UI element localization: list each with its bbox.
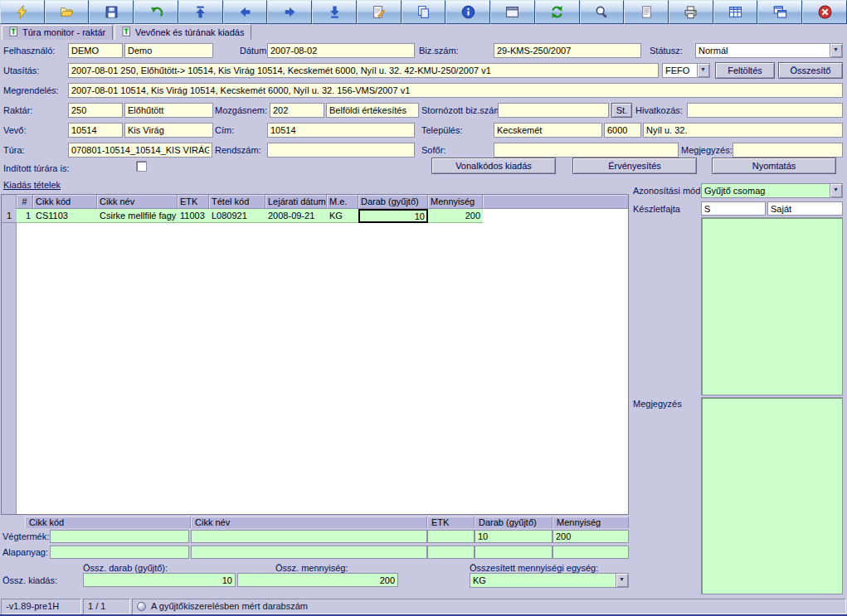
toolbar-info-button[interactable] [445,0,490,24]
vonalkodos-kiadas-button[interactable]: Vonalkódos kiadás [431,158,556,174]
utasitas-label: Utasítás: [3,65,39,75]
azonositasi-mod-combo[interactable]: Gyűjtő csomag [701,183,843,198]
osszesito-button[interactable]: Összesítő [778,62,843,79]
datum-label: Dátum: [240,46,269,56]
rendszam-field[interactable] [267,143,415,158]
grid-cell-etk[interactable]: 11003 [178,209,209,223]
toolbar-first-button[interactable] [178,0,223,24]
st-button[interactable]: St. [611,103,632,118]
utasitas-field[interactable] [68,63,659,78]
vegtermek-etk-field[interactable] [427,530,475,543]
keszletfajta-code-field[interactable] [701,201,766,216]
alapanyag-mennyiseg-field[interactable] [552,546,629,559]
mozgasnem-code-field[interactable] [270,103,324,118]
grid-cell-num[interactable]: 1 [17,209,33,223]
toolbar-grid-window-button[interactable] [757,0,802,24]
telepules-field[interactable] [494,123,602,138]
nyomtatas-button[interactable]: Nyomtatás [712,158,836,174]
tab-tura-monitor[interactable]: Túra monitor - raktár [2,25,113,40]
vegtermek-mennyiseg-field[interactable] [552,530,629,543]
ossz-mennyiseg-field[interactable] [237,573,398,587]
ervenyesites-button[interactable]: Érvényesítés [572,158,697,174]
datum-field[interactable] [267,43,415,58]
bizszam-field[interactable] [494,43,641,58]
vegtermek-cikk-kod-field[interactable] [50,530,189,543]
megjegyzes-field[interactable] [733,143,843,158]
keszletfajta-name-field[interactable] [767,201,843,216]
summary-header-mennyiseg: Mennyiség [552,517,629,528]
toolbar-edit-button[interactable] [357,0,402,24]
feltoltes-button[interactable]: Feltöltés [715,62,775,79]
megjegyzes-memo[interactable] [701,397,843,594]
felhasznalo-name-field[interactable] [124,43,213,58]
toolbar-search-button[interactable] [580,0,625,24]
alapanyag-cikk-nev-field[interactable] [191,546,427,559]
chevron-down-icon[interactable] [616,574,628,587]
toolbar-open-button[interactable] [45,0,90,24]
toolbar-close-button[interactable] [802,0,847,24]
mozgasnem-name-field[interactable] [326,103,419,118]
ossz-egyseg-combo[interactable]: KG [470,573,629,588]
statusz-combo[interactable]: Normál [695,43,843,58]
grid-cell-tetel-kod[interactable]: L080921 [209,209,265,223]
hivatkozas-field[interactable] [687,103,843,118]
utca-field[interactable] [643,123,843,138]
raktar-code-field[interactable] [68,103,123,118]
toolbar-table-button[interactable] [713,0,758,24]
toolbar-report-button[interactable] [624,0,669,24]
felhasznalo-code-field[interactable] [68,43,123,58]
toolbar-last-button[interactable] [312,0,357,24]
cim-field[interactable] [267,123,415,138]
toolbar-flash-button[interactable] [0,0,45,24]
status-radio-icon[interactable] [137,602,146,611]
vevo-name-field[interactable] [124,123,213,138]
inditott-label: Indított túrára is: [3,163,69,173]
sofor-field[interactable] [494,143,679,158]
page-indicator: 1 / 1 [88,601,105,611]
grid-cell-me[interactable]: KG [327,209,358,223]
azonosito-listbox[interactable] [701,217,843,395]
status-message: A gyűjtőkiszerelésben mért darabszám [151,601,308,611]
grid-cell-cikk-nev[interactable]: Csirke mellfilé fagy [97,209,178,223]
raktar-name-field[interactable] [124,103,213,118]
toolbar-refresh-button[interactable] [535,0,580,24]
tab-vevonek-kiadas[interactable]: Vevőnek és túrának kiadás [114,24,251,40]
inditott-checkbox[interactable] [136,161,147,172]
tura-field[interactable] [68,143,212,158]
alapanyag-etk-field[interactable] [427,546,475,559]
fefo-combo[interactable]: FEFO [662,63,710,78]
chevron-down-icon[interactable] [697,64,709,77]
toolbar-print-button[interactable] [669,0,713,24]
grid-row-indicator: 1 [2,209,17,223]
grid-cell-lejarati-datum[interactable]: 2008-09-21 [265,209,327,223]
tab-label: Túra monitor - raktár [22,27,105,37]
alapanyag-cikk-kod-field[interactable] [50,546,189,559]
telepules-label: Település: [421,125,463,135]
grid-cell-mennyiseg[interactable]: 200 [428,209,483,223]
alapanyag-darab-field[interactable] [475,546,552,559]
vevo-code-field[interactable] [68,123,123,138]
alapanyag-label: Alapanyag: [2,547,48,557]
stornozott-field[interactable] [498,103,609,118]
chevron-down-icon[interactable] [830,184,842,197]
chevron-down-icon[interactable] [830,44,842,57]
grid-header-lejarati-datum: Lejárati dátum [265,195,327,209]
toolbar-save-button[interactable] [89,0,134,24]
toolbar-window-button[interactable] [490,0,535,24]
grid-header-me: M.e. [327,195,358,209]
toolbar-undo-button[interactable] [134,0,178,24]
mozgasnem-label: Mozgásnem: [215,105,267,115]
vegtermek-cikk-nev-field[interactable] [191,530,427,543]
vegtermek-darab-field[interactable] [475,530,552,543]
toolbar-prev-button[interactable] [223,0,268,24]
grid-cell-cikk-kod[interactable]: CS1103 [33,209,97,223]
kiadas-tetelek-grid[interactable]: # Cikk kód Cikk név ETK Tétel kód Lejára… [1,194,629,515]
ossz-darab-field[interactable] [83,573,236,587]
toolbar-copy-button[interactable] [402,0,446,24]
toolbar-next-button[interactable] [267,0,312,24]
grid-header-darab: Darab (gyűjtő) [358,195,428,209]
megrendeles-field[interactable] [68,83,843,98]
iranyitoszam-field[interactable] [604,123,641,138]
grid-cell-darab-focused[interactable]: 10 [358,209,428,223]
grid-header-etk: ETK [178,195,209,209]
